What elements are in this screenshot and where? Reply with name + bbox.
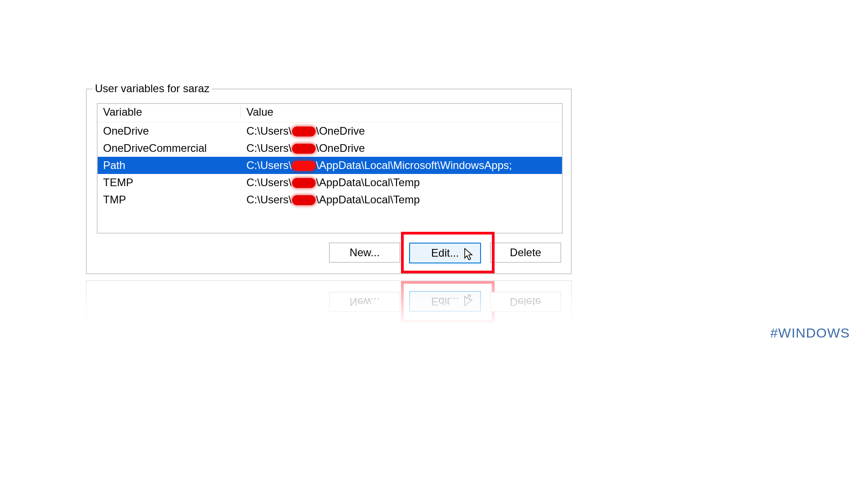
hashtag-label: #WINDOWS [770, 325, 850, 341]
table-header: Variable Value [98, 104, 562, 122]
variable-name-cell: Path [103, 158, 241, 173]
variable-value-cell: C:\Users\\AppData\Local\Temp [246, 175, 557, 190]
redacted-username [292, 195, 316, 205]
env-vars-user-section: User variables for saraz NeuronVM Variab… [86, 89, 572, 274]
new-button[interactable]: New... [329, 243, 400, 263]
variable-name-cell: TMP [103, 192, 241, 207]
column-header-value[interactable]: Value [246, 106, 557, 118]
variable-value-cell: C:\Users\\OneDrive [246, 123, 557, 139]
variable-value-cell: C:\Users\\AppData\Local\Microsoft\Window… [246, 158, 557, 173]
variable-value-cell: C:\Users\\AppData\Local\Temp [246, 192, 557, 207]
table-row[interactable]: OneDriveCommercialC:\Users\\OneDrive [98, 140, 562, 157]
table-row[interactable]: TMPC:\Users\\AppData\Local\Temp [98, 191, 562, 208]
redacted-username [292, 178, 316, 188]
table-row[interactable]: PathC:\Users\\AppData\Local\Microsoft\Wi… [98, 157, 562, 174]
reflection-decoration: New... Edit... Delete [86, 280, 572, 334]
user-vars-button-row: New... Edit... Delete [97, 243, 561, 263]
user-variables-table[interactable]: Variable Value OneDriveC:\Users\\OneDriv… [97, 103, 563, 234]
redacted-username [292, 127, 316, 136]
table-row[interactable]: OneDriveC:\Users\\OneDrive [98, 122, 562, 140]
redacted-username [292, 144, 316, 154]
variable-name-cell: OneDriveCommercial [103, 141, 241, 156]
column-header-variable[interactable]: Variable [103, 106, 241, 118]
edit-button[interactable]: Edit... [409, 243, 481, 263]
variable-value-cell: C:\Users\\OneDrive [246, 141, 557, 156]
delete-button[interactable]: Delete [490, 243, 561, 263]
table-row[interactable]: TEMPC:\Users\\AppData\Local\Temp [98, 174, 562, 191]
redacted-username [292, 161, 316, 171]
variable-name-cell: OneDrive [103, 123, 241, 139]
user-variables-groupbox: User variables for saraz NeuronVM Variab… [86, 89, 572, 274]
groupbox-title: User variables for saraz [92, 82, 212, 95]
variable-name-cell: TEMP [103, 175, 241, 190]
